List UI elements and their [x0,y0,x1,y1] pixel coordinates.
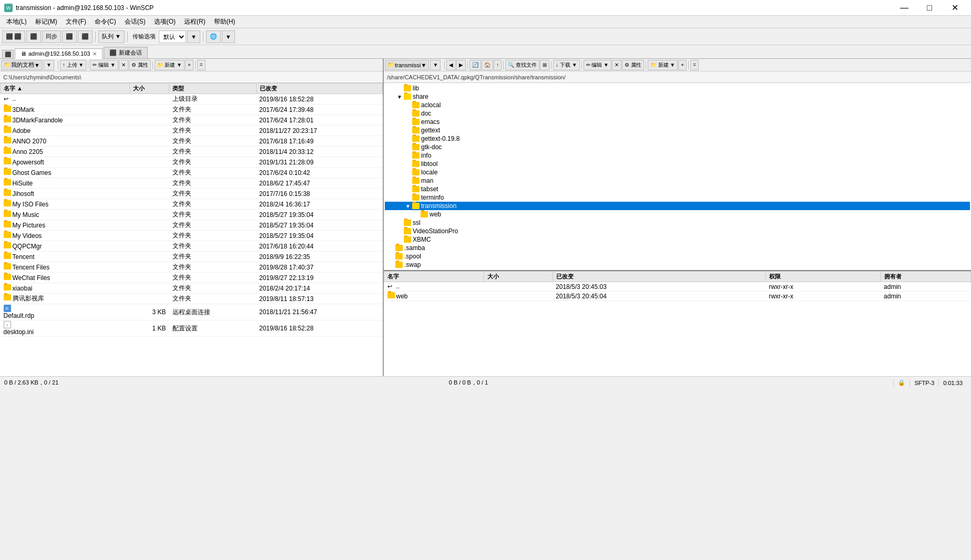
menu-file[interactable]: 文件(F) [62,16,90,27]
left-file-row[interactable]: Adobe 文件夹 2018/11/27 20:23:17 [1,126,383,136]
left-file-row[interactable]: RDefault.rdp 3 KB 远程桌面连接 2018/11/21 21:5… [1,304,383,320]
toolbar-btn-6[interactable]: ▼ [222,30,235,43]
transfer-options-select[interactable]: 默认 [159,30,186,43]
left-file-row[interactable]: My Music 文件夹 2018/5/27 19:35:04 [1,210,383,220]
left-file-row[interactable]: 3DMarkFarandole 文件夹 2017/6/24 17:28:01 [1,115,383,126]
left-delete-btn[interactable]: ✕ [119,60,128,70]
toolbar-btn-1[interactable]: ⬛⬛ [2,30,25,43]
right-search[interactable]: 🔍 查找文件 [505,60,539,70]
left-file-row[interactable]: My ISO Files 文件夹 2018/2/4 16:36:17 [1,199,383,210]
rcol-modified[interactable]: 已改变 [553,272,765,282]
tree-item[interactable]: gtk-doc [385,143,970,151]
tab-close-btn[interactable]: ✕ [93,51,97,57]
left-file-row[interactable]: Tencent 文件夹 2018/9/9 16:22:35 [1,252,383,262]
tree-item[interactable]: doc [385,109,970,118]
left-file-row[interactable]: My Pictures 文件夹 2018/5/27 19:35:04 [1,220,383,231]
menu-local[interactable]: 本地(L) [2,16,31,27]
close-button[interactable]: ✕ [943,0,967,16]
tree-item[interactable]: locale [385,168,970,177]
menu-help[interactable]: 帮助(H) [210,16,240,27]
tree-item[interactable]: web [385,210,970,219]
tree-item[interactable]: man [385,177,970,185]
tree-item[interactable]: .spool [385,252,970,261]
col-name[interactable]: 名字 ▲ [1,84,130,94]
rcol-perms[interactable]: 权限 [765,272,881,282]
minimize-button[interactable]: — [892,0,916,16]
left-file-row[interactable]: ANNO 2070 文件夹 2017/6/18 17:16:49 [1,136,383,147]
tree-item[interactable]: tabset [385,185,970,193]
toolbar-queue[interactable]: 队列 ▼ [98,30,125,43]
left-props-btn[interactable]: ⚙ 属性 [129,60,151,70]
right-home[interactable]: 🏠 [482,60,493,70]
tree-item[interactable]: libtool [385,160,970,168]
tree-item[interactable]: ssl [385,219,970,227]
left-file-row[interactable]: ↩.. 上级目录 2019/8/16 18:52:28 [1,94,383,105]
right-bottom-file-container[interactable]: 名字 大小 已改变 权限 拥有者 ↩.. 2018/5/3 20:45:03 r… [384,271,971,376]
tree-item[interactable]: ▼ share [385,92,970,101]
toolbar-btn-3[interactable]: ⬛ [62,30,77,43]
right-more-btn[interactable]: = [690,60,699,70]
tree-item[interactable]: gettext-0.19.8 [385,134,970,143]
left-file-row[interactable]: Apowersoft 文件夹 2019/1/31 21:28:09 [1,157,383,168]
left-file-row[interactable]: 3DMark 文件夹 2017/6/24 17:39:48 [1,105,383,115]
tab-session[interactable]: 🖥 admin@192.168.50.103 ✕ [15,48,103,59]
tree-item[interactable]: .samba [385,244,970,252]
right-path-btn[interactable]: ▼ [430,60,441,70]
right-address-text[interactable]: /share/CACHEDEV1_DATA/.qpkg/QTransmissio… [387,74,968,80]
right-file-row[interactable]: web 2018/5/3 20:45:04 rwxr-xr-x admin [384,292,971,301]
left-more-btn[interactable]: = [197,60,206,70]
right-path-label[interactable]: 📁 transmissi ▼ [385,60,429,70]
left-file-row[interactable]: QQPCMgr 文件夹 2017/6/18 16:20:44 [1,241,383,252]
toolbar-btn-5[interactable]: 🌐 [206,30,221,43]
right-download-btn[interactable]: ↓ 下载 ▼ [553,60,579,70]
right-refresh[interactable]: 🔄 [469,60,481,70]
menu-session[interactable]: 会话(S) [120,16,150,27]
tree-item[interactable]: terminfo [385,193,970,202]
col-modified[interactable]: 已改变 [256,84,382,94]
left-file-row[interactable]: Jihosoft 文件夹 2017/7/16 0:15:38 [1,189,383,199]
tree-item[interactable]: info [385,151,970,160]
col-size[interactable]: 大小 [130,84,169,94]
tree-item[interactable]: lib [385,84,970,92]
toolbar-btn-2[interactable]: ⬛ [26,30,41,43]
left-file-row[interactable]: Tencent Files 文件夹 2019/8/28 17:40:37 [1,262,383,273]
left-file-row[interactable]: My Videos 文件夹 2018/5/27 19:35:04 [1,231,383,241]
left-file-row[interactable]: WeChat Files 文件夹 2019/8/27 22:13:19 [1,273,383,283]
left-edit-btn[interactable]: ✏ 编辑 ▼ [90,60,118,70]
maximize-button[interactable]: □ [917,0,942,16]
menu-command[interactable]: 命令(C) [90,16,120,27]
col-type[interactable]: 类型 [169,84,256,94]
left-path-btn[interactable]: ▼ [44,60,54,70]
menu-remote[interactable]: 远程(R) [180,16,210,27]
left-path-label[interactable]: 📁 我的文档 ▼ [1,60,43,70]
tab-new-session[interactable]: ⬛ 新建会话 [104,47,148,58]
right-edit-btn[interactable]: ✏ 编辑 ▼ [584,60,611,70]
menu-options[interactable]: 选项(O) [150,16,180,27]
left-file-row[interactable]: 腾讯影视库 文件夹 2019/8/11 18:57:13 [1,294,383,304]
menu-mark[interactable]: 标记(M) [31,16,62,27]
tree-item[interactable]: emacs [385,118,970,126]
right-delete-btn[interactable]: ✕ [612,60,621,70]
left-new-btn[interactable]: 📁 新建 ▼ [155,60,185,70]
rcol-name[interactable]: 名字 [384,272,484,282]
right-new-btn[interactable]: 📁 新建 ▼ [648,60,678,70]
left-file-row[interactable]: Ghost Games 文件夹 2017/6/24 0:10:42 [1,168,383,178]
toolbar-btn-4[interactable]: ⬛ [78,30,93,43]
right-nav-back[interactable]: ◀ [446,60,456,70]
left-file-row[interactable]: HiSuite 文件夹 2018/6/2 17:45:47 [1,178,383,189]
left-plus-btn[interactable]: + [185,60,193,70]
toolbar-sync[interactable]: 同步 [42,30,61,43]
left-file-row[interactable]: idesktop.ini 1 KB 配置设置 2019/8/16 18:52:2… [1,320,383,337]
right-view-toggle[interactable]: ⊞ [540,60,549,70]
tree-toggle-icon[interactable]: ▼ [404,203,412,209]
tree-item[interactable]: .swap [385,261,970,269]
right-tree-container[interactable]: lib ▼ share aclocal doc emacs gettext ge… [384,83,971,270]
tree-item[interactable]: gettext [385,126,970,134]
left-file-row[interactable]: Anno 2205 文件夹 2018/11/4 20:33:12 [1,147,383,157]
tree-item[interactable]: aclocal [385,101,970,109]
left-file-row[interactable]: xiaobai 文件夹 2018/2/4 20:17:14 [1,283,383,294]
right-file-row[interactable]: ↩.. 2018/5/3 20:45:03 rwxr-xr-x admin [384,282,971,292]
right-props-btn[interactable]: ⚙ 属性 [622,60,644,70]
left-upload-btn[interactable]: ↑ 上传 ▼ [60,60,86,70]
right-plus-btn[interactable]: + [678,60,687,70]
